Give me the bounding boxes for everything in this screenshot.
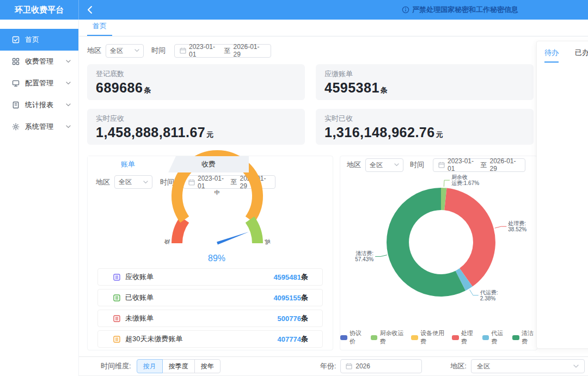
- chevron-down-icon: [143, 181, 148, 184]
- legend-swatch: [371, 335, 378, 340]
- chevron-down-icon: [573, 365, 579, 368]
- year-input[interactable]: [356, 362, 416, 370]
- report-icon: [12, 101, 20, 109]
- legend-label: 厨余收运费: [379, 329, 405, 346]
- segment-by-quarter[interactable]: 按季度: [162, 359, 195, 373]
- time-label: 时间: [151, 46, 166, 56]
- top-header: 环卫收费平台 严禁处理国家秘密和工作秘密信息: [0, 0, 588, 20]
- region-select-value: 全区: [119, 177, 143, 187]
- bill-charge-tabs: 账单 收费: [88, 156, 333, 172]
- segment-by-year[interactable]: 按年: [194, 359, 220, 373]
- region-select[interactable]: 全区: [114, 175, 152, 189]
- bill-unit: 条: [301, 272, 308, 282]
- region-label: 地区:: [450, 361, 467, 371]
- security-warning-banner: 严禁处理国家秘密和工作秘密信息: [402, 5, 518, 15]
- time-dimension-label: 时间维度:: [101, 361, 131, 371]
- bill-label: 已收账单: [125, 293, 154, 303]
- tab-bill[interactable]: 账单: [88, 156, 168, 172]
- region-select[interactable]: 全区: [365, 158, 403, 172]
- sidebar-item-label: 首页: [25, 35, 39, 45]
- sidebar-item-system-management[interactable]: 系统管理: [0, 116, 78, 138]
- region-select-value: 全区: [477, 362, 573, 371]
- svg-text:38.52%: 38.52%: [508, 226, 526, 232]
- legend-item[interactable]: 代运费: [482, 329, 507, 346]
- date-start: 2023-01-01: [189, 43, 222, 58]
- chevron-left-icon: [87, 5, 93, 14]
- tab-home[interactable]: 首页: [87, 21, 112, 36]
- stat-value: 1,458,888,811.67: [96, 125, 205, 140]
- chevron-down-icon: [134, 49, 139, 52]
- tab-done[interactable]: 已办: [575, 48, 588, 63]
- donut-legend: 协议价 厨余收运费 设备使用费 处理费 代运费 清洁费: [340, 329, 537, 346]
- legend-label: 协议价: [350, 329, 365, 346]
- gear-icon: [12, 123, 20, 131]
- date-range-input[interactable]: 2023-01-01 至 2026-01-29: [433, 158, 525, 172]
- legend-swatch: [512, 335, 519, 340]
- stat-label: 实时已收: [324, 114, 525, 124]
- bill-label: 未缴账单: [125, 313, 154, 323]
- donut-filter-row: 地区 全区 时间 2023-01-01: [340, 156, 537, 170]
- stat-unit: 条: [144, 85, 151, 95]
- legend-item[interactable]: 处理费: [452, 329, 476, 346]
- region-select[interactable]: 全区: [106, 44, 144, 58]
- bill-value: 4095155: [273, 294, 301, 302]
- date-range-input[interactable]: 2023-01-01 至 2026-01-29: [174, 44, 271, 58]
- sidebar-item-charge-management[interactable]: 收费管理: [0, 51, 78, 72]
- sidebar-item-statistics-reports[interactable]: 统计报表: [0, 94, 78, 116]
- legend-label: 代运费: [491, 329, 506, 346]
- sidebar-item-label: 收费管理: [25, 57, 53, 66]
- stat-card-realtime-received: 实时已收 1,316,148,962.76元: [316, 109, 534, 145]
- stat-value: 689686: [96, 80, 143, 96]
- bill-unit: 条: [301, 313, 308, 323]
- home-check-icon: [12, 36, 20, 44]
- region-select-value: 全区: [370, 161, 394, 170]
- svg-text:低: 低: [163, 238, 170, 245]
- todo-panel: 待办 已办: [536, 41, 588, 349]
- sidebar-item-config-management[interactable]: 配置管理: [0, 72, 78, 94]
- sidebar-item-label: 系统管理: [25, 122, 53, 132]
- legend-swatch: [411, 335, 418, 340]
- warning-text: 严禁处理国家秘密和工作秘密信息: [412, 5, 518, 15]
- bill-value: 407774: [278, 335, 301, 343]
- region-label: 地区: [87, 46, 101, 56]
- time-label: 时间: [160, 177, 174, 187]
- legend-item[interactable]: 协议价: [340, 329, 365, 346]
- svg-text:清洁费:: 清洁费:: [356, 250, 373, 256]
- svg-text:2.38%: 2.38%: [480, 295, 495, 301]
- legend-item[interactable]: 厨余收运费: [371, 329, 406, 346]
- document-icon: [113, 274, 120, 281]
- legend-item[interactable]: 清洁费: [512, 329, 537, 346]
- stat-card-registered-base: 登记底数 689686条: [87, 64, 305, 100]
- segment-by-month[interactable]: 按月: [137, 359, 163, 373]
- chevron-down-icon: [66, 60, 71, 63]
- sidebar: 首页 收费管理 配置管理 统计报表: [0, 20, 79, 376]
- todo-tabs: 待办 已办: [537, 41, 588, 63]
- chevron-down-icon: [394, 163, 399, 167]
- fee-type-donut-chart: 厨余收运费:1.67%处理费:38.52%代运费:2.38%清洁费:57.43%: [340, 170, 538, 327]
- chevron-down-icon: [66, 82, 71, 85]
- tab-charge[interactable]: 收费: [168, 156, 249, 172]
- legend-swatch: [452, 335, 459, 340]
- page-tabbar: 首页: [79, 20, 588, 36]
- stat-unit: 条: [381, 85, 388, 95]
- sidebar-item-home[interactable]: 首页: [0, 29, 78, 51]
- date-start: 2023-01-01: [198, 175, 228, 190]
- collection-rate-gauge: 中低高: [88, 187, 334, 254]
- calendar-icon: [188, 179, 195, 186]
- bottom-region-select[interactable]: 全区: [471, 359, 585, 373]
- grid-icon: [12, 58, 20, 65]
- bill-value: 4595481: [273, 273, 301, 281]
- chevron-down-icon: [66, 103, 71, 107]
- time-label: 时间: [410, 160, 424, 170]
- list-item-receivable-bills: 应收账单 4595481 条: [97, 268, 323, 286]
- gauge-value: 89%: [88, 254, 333, 264]
- year-input-box: [340, 359, 422, 373]
- tab-todo[interactable]: 待办: [544, 48, 559, 63]
- svg-text:57.43%: 57.43%: [355, 256, 373, 262]
- stat-card-realtime-receivable: 实时应收 1,458,888,811.67元: [87, 109, 305, 145]
- date-end: 2026-01-29: [234, 43, 266, 58]
- stat-unit: 元: [206, 130, 213, 140]
- collapse-sidebar-button[interactable]: [79, 0, 101, 20]
- legend-item[interactable]: 设备使用费: [411, 329, 446, 346]
- bottom-filter-bar: 时间维度: 按月 按季度 按年 年份: 地区: 全区: [79, 356, 588, 376]
